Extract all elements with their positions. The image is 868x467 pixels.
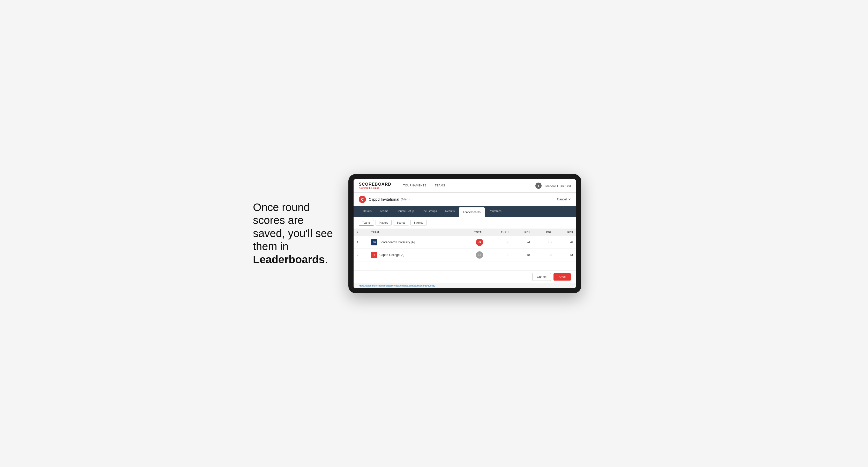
row1-score-badge: -5 (476, 239, 483, 246)
row1-rd2: +5 (533, 236, 555, 249)
row2-rank: 2 (353, 249, 368, 261)
row1-team-name: Scoreboard University [A] (379, 241, 414, 244)
sub-buttons: Teams Players Scores Strokes (353, 217, 576, 229)
tournament-cancel-button[interactable]: Cancel ✕ (557, 197, 571, 201)
modal-footer: Cancel Save (353, 270, 576, 283)
col-rd1: RD1 (512, 229, 533, 236)
row1-rank: 1 (353, 236, 368, 249)
tournament-gender: (Men) (401, 197, 410, 201)
tablet-screen: SCOREBOARD Powered by clippd TOURNAMENTS… (353, 179, 576, 288)
col-rd3: RD3 (555, 229, 576, 236)
leaderboard-table: # TEAM TOTAL THRU RD1 RD2 RD3 1 (353, 229, 576, 261)
row2-thru: F (486, 249, 512, 261)
row2-team-name: Clippd College [A] (379, 253, 404, 257)
tournament-header: C Clippd Invitational (Men) Cancel ✕ (353, 193, 576, 206)
row2-score-badge: +3 (476, 251, 483, 258)
tab-teams[interactable]: Teams (376, 206, 392, 217)
row1-rd3: -6 (555, 236, 576, 249)
tab-course-setup[interactable]: Course Setup (392, 206, 418, 217)
col-rank: # (353, 229, 368, 236)
col-thru: THRU (486, 229, 512, 236)
tournament-name: Clippd Invitational (369, 197, 399, 201)
description-highlight: Leaderboards (253, 253, 325, 266)
logo-area: SCOREBOARD Powered by clippd (359, 182, 391, 189)
tournament-icon: C (359, 196, 366, 203)
table-row: 2 C Clippd College [A] +3 (353, 249, 576, 261)
left-description: Once round scores are saved, you'll see … (253, 201, 333, 266)
description-text-4: them in (253, 240, 289, 252)
row2-rd3: +3 (555, 249, 576, 261)
row1-rd1: -4 (512, 236, 533, 249)
tab-printables[interactable]: Printables (485, 206, 506, 217)
table-row: 1 SU Scoreboard University [A] -5 (353, 236, 576, 249)
nav-teams[interactable]: TEAMS (431, 179, 449, 192)
col-team: TEAM (368, 229, 459, 236)
status-bar: https://stage-blue-coach.stagescoreboard… (353, 283, 576, 288)
tab-results[interactable]: Results (441, 206, 459, 217)
nav-tournaments[interactable]: TOURNAMENTS (399, 179, 431, 192)
description-text: Once round (253, 201, 310, 213)
row1-team: SU Scoreboard University [A] (368, 236, 459, 249)
row1-team-logo: SU (371, 239, 377, 245)
status-url: https://stage-blue-coach.stagescoreboard… (359, 284, 435, 287)
table-header-row: # TEAM TOTAL THRU RD1 RD2 RD3 (353, 229, 576, 236)
sub-btn-scores[interactable]: Scores (393, 220, 409, 225)
col-rd2: RD2 (533, 229, 555, 236)
tab-tee-groups[interactable]: Tee Groups (418, 206, 441, 217)
description-text-2: scores are (253, 214, 304, 226)
row1-total: -5 (459, 236, 486, 249)
page-wrapper: Once round scores are saved, you'll see … (253, 174, 615, 293)
save-button[interactable]: Save (554, 273, 571, 281)
nav-links: TOURNAMENTS TEAMS (399, 179, 450, 192)
description-text-3: saved, you'll see (253, 227, 333, 240)
row2-rd1: +8 (512, 249, 533, 261)
row2-total: +3 (459, 249, 486, 261)
user-avatar: S (535, 183, 541, 189)
row2-team-logo: C (371, 252, 377, 258)
sub-btn-strokes[interactable]: Strokes (410, 220, 427, 225)
user-name: Test User | (544, 184, 558, 187)
tab-nav: Details Teams Course Setup Tee Groups Re… (353, 206, 576, 217)
col-total: TOTAL (459, 229, 486, 236)
logo-powered: Powered by clippd (359, 187, 391, 189)
cancel-button[interactable]: Cancel (532, 273, 551, 281)
tablet-frame: SCOREBOARD Powered by clippd TOURNAMENTS… (348, 174, 581, 293)
sign-out-link[interactable]: Sign out (560, 184, 571, 187)
nav-right: S Test User | Sign out (535, 183, 571, 189)
tab-leaderboards[interactable]: Leaderboards (459, 207, 485, 217)
row2-team: C Clippd College [A] (368, 249, 459, 261)
close-icon: ✕ (568, 197, 571, 201)
leaderboard-content: # TEAM TOTAL THRU RD1 RD2 RD3 1 (353, 229, 576, 270)
sub-btn-players[interactable]: Players (376, 220, 392, 225)
top-nav: SCOREBOARD Powered by clippd TOURNAMENTS… (353, 179, 576, 193)
tab-details[interactable]: Details (359, 206, 376, 217)
row1-thru: F (486, 236, 512, 249)
sub-btn-teams[interactable]: Teams (359, 220, 374, 225)
logo-scoreboard: SCOREBOARD (359, 182, 391, 187)
row2-rd2: -8 (533, 249, 555, 261)
